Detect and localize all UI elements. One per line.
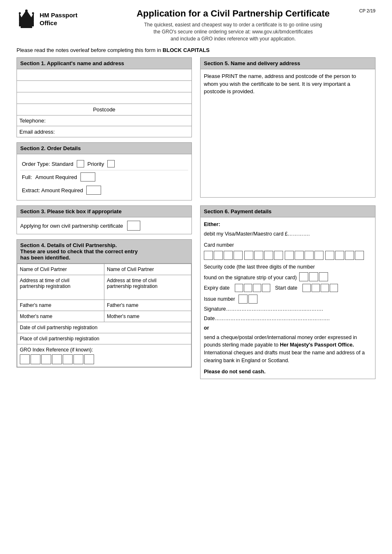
priority-checkbox[interactable] (107, 160, 115, 167)
table-row: Date of civil partnership registration (17, 322, 191, 333)
address-line-3[interactable] (17, 92, 191, 104)
partner1-name-cell[interactable]: Name of Civil Partner (17, 264, 104, 275)
bottom-grid: Section 3. Please tick box if appropriat… (17, 205, 375, 384)
start-digit-3[interactable] (321, 284, 329, 292)
subtitle: The quickest, easiest and cheapest way t… (91, 21, 375, 42)
gro-box-2[interactable] (31, 354, 40, 364)
card-digit[interactable] (335, 251, 344, 260)
card-digit[interactable] (244, 251, 253, 260)
postcode-row: Postcode (17, 104, 191, 116)
security-digit-2[interactable] (309, 272, 318, 281)
section4-box: Section 4. Details of Civil Partnership.… (17, 239, 192, 368)
priority-label: Priority (87, 161, 104, 167)
father2-cell[interactable]: Father's name (104, 300, 191, 311)
standard-checkbox[interactable] (77, 160, 84, 167)
card-digit[interactable] (295, 251, 304, 260)
card-digit[interactable] (285, 251, 294, 260)
main-title: Application for a Civil Partnership Cert… (91, 8, 375, 19)
gro-label: GRO Index Reference (if known): (20, 347, 189, 353)
security-code-row: found on the signature strip of your car… (204, 272, 372, 281)
mother2-cell[interactable]: Mother's name (104, 311, 191, 322)
address-line-1[interactable] (17, 69, 191, 81)
table-row: Place of civil partnership registration (17, 333, 191, 344)
issue-boxes (239, 295, 257, 304)
crown-icon (17, 8, 36, 30)
mother2-label: Mother's name (107, 314, 139, 319)
svg-rect-5 (21, 26, 32, 28)
extract-amount-box[interactable] (86, 186, 101, 195)
mother1-cell[interactable]: Mother's name (17, 311, 104, 322)
date-label: Date of civil partnership registration (20, 325, 97, 330)
own-cert-label: Applying for own civil partnership certi… (20, 223, 123, 229)
svg-point-4 (32, 12, 34, 14)
start-digit-4[interactable] (330, 284, 338, 292)
gro-box-5[interactable] (63, 354, 73, 364)
email-label: Email address: (19, 129, 55, 135)
section3-body: Applying for own civil partnership certi… (17, 217, 191, 234)
card-digit[interactable] (355, 251, 364, 260)
security-digit-3[interactable] (319, 272, 328, 281)
left-col-top: Section 1. Applicant's name and address … (17, 57, 196, 205)
card-digit[interactable] (264, 251, 273, 260)
card-digit[interactable] (254, 251, 263, 260)
card-number-row (204, 251, 372, 260)
issue-row: Issue number (204, 295, 372, 304)
father1-cell[interactable]: Father's name (17, 300, 104, 311)
card-digit[interactable] (214, 251, 223, 260)
section4-body: Name of Civil Partner Name of Civil Part… (17, 264, 191, 367)
section6-body: Either: debit my Visa/Master/Maestro car… (201, 217, 375, 379)
address2-label: Address at time of civilpartnership regi… (107, 278, 158, 289)
section2-header: Section 2. Order Details (17, 143, 191, 154)
debit-label: debit my Visa/Master/Maestro card £…………. (204, 230, 372, 238)
gro-box-7[interactable] (84, 354, 94, 364)
gro-box-1[interactable] (20, 354, 30, 364)
expiry-digit-3[interactable] (253, 284, 261, 292)
card-group-1 (204, 251, 243, 260)
start-label: Start date (275, 284, 298, 292)
full-amount-box[interactable] (80, 172, 95, 182)
card-digit[interactable] (345, 251, 354, 260)
svg-point-3 (19, 12, 21, 14)
expiry-digit-4[interactable] (262, 284, 270, 292)
card-digit[interactable] (305, 251, 314, 260)
date-line: Date…………………………………………………………. (204, 315, 372, 323)
full-label: Full: (22, 174, 32, 180)
section1-body: Postcode Telephone: Email address: (17, 69, 191, 137)
security-digit-1[interactable] (299, 272, 308, 281)
partner2-name-cell[interactable]: Name of Civil Partner (104, 264, 191, 275)
partner2-name-label: Name of Civil Partner (107, 266, 154, 272)
issue-digit-1[interactable] (239, 295, 248, 304)
security-box (299, 272, 328, 281)
svg-point-2 (25, 9, 28, 12)
either-label: Either: (204, 221, 372, 229)
no-cash-text: Please do not send cash. (204, 368, 372, 376)
instructions: Please read the notes overleaf before co… (17, 47, 375, 53)
place-cell[interactable]: Place of civil partnership registration (17, 333, 191, 344)
card-digit[interactable] (234, 251, 243, 260)
gro-box-6[interactable] (73, 354, 83, 364)
card-digit[interactable] (314, 251, 324, 260)
address2-cell[interactable]: Address at time of civilpartnership regi… (104, 275, 191, 300)
start-digit-2[interactable] (312, 284, 320, 292)
address1-cell[interactable]: Address at time of civilpartnership regi… (17, 275, 104, 300)
card-digit[interactable] (274, 251, 283, 260)
expiry-digit-1[interactable] (235, 284, 243, 292)
title-area: Application for a Civil Partnership Cert… (83, 8, 375, 42)
expiry-digit-2[interactable] (244, 284, 252, 292)
address-line-2[interactable] (17, 81, 191, 92)
card-digit[interactable] (204, 251, 213, 260)
card-digit[interactable] (224, 251, 233, 260)
address1-label: Address at time of civilpartnership regi… (20, 278, 71, 289)
start-digit-1[interactable] (302, 284, 311, 292)
gro-box-3[interactable] (41, 354, 51, 364)
card-digit[interactable] (325, 251, 334, 260)
date-cell[interactable]: Date of civil partnership registration (17, 322, 191, 333)
delivery-address-area[interactable] (204, 99, 372, 148)
father2-label: Father's name (107, 302, 138, 308)
issue-digit-2[interactable] (248, 295, 257, 304)
section6-box: Section 6. Payment details Either: debit… (200, 205, 375, 379)
gro-box-4[interactable] (52, 354, 62, 364)
email-row: Email address: (17, 126, 191, 137)
own-cert-checkbox[interactable] (127, 221, 140, 231)
left-col-bottom: Section 3. Please tick box if appropriat… (17, 205, 196, 384)
